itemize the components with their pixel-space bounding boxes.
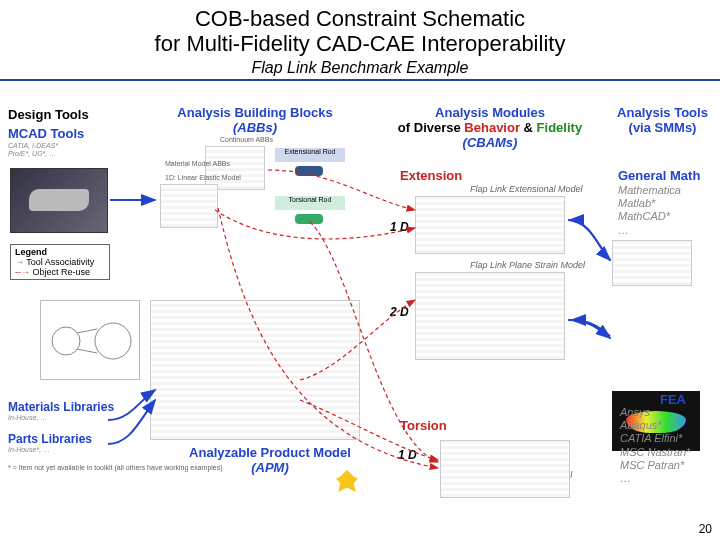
mathtools-list: Mathematica Matlab* MathCAD* … — [618, 184, 681, 237]
d2-label: 2 D — [390, 305, 409, 319]
matlib-group: Materials Libraries In-House, … — [8, 400, 114, 421]
svg-point-0 — [52, 327, 80, 355]
legend-reuse: --→ Object Re-use — [15, 267, 105, 277]
partslib-group: Parts Libraries In-House*, … — [8, 432, 92, 453]
cad-screenshot — [10, 168, 108, 233]
tor-rod-toggle: Torsional Rod — [275, 196, 345, 210]
ext-model-label: Flap Link Extensional Model — [470, 184, 583, 194]
tor-rod-shape — [295, 214, 323, 224]
ps-model-label: Flap Link Plane Strain Model — [470, 260, 585, 270]
svg-line-2 — [77, 329, 97, 333]
torsion-label: Torsion — [400, 418, 447, 433]
part-drawing — [40, 300, 140, 380]
title-line-2: for Multi-Fidelity CAD-CAE Interoperabil… — [0, 31, 720, 56]
col-modules: Analysis Modules of Diverse Behavior & F… — [395, 106, 585, 151]
mcad-tools-list: CATIA, I-DEAS* Pro/E*, UG*, … — [8, 142, 118, 158]
math-screenshot — [612, 240, 692, 286]
modules-fidelity: Fidelity — [537, 120, 583, 135]
title-line-1: COB-based Constraint Schematic — [0, 6, 720, 31]
apm-label-group: Analyzable Product Model (APM) — [180, 446, 360, 476]
featools-list: Ansys Abaqus* CATIA Elfini* MSC Nastran*… — [620, 406, 690, 485]
tor-1d-block — [440, 440, 570, 498]
abb-header: Analysis Building Blocks — [160, 106, 350, 121]
legend-assoc: → Tool Associativity — [15, 257, 105, 267]
title-area: COB-based Constraint Schematic for Multi… — [0, 0, 720, 81]
modules-header: Analysis Modules — [395, 106, 585, 121]
footnote: * = Item not yet available in toolkit (a… — [8, 464, 248, 471]
mat-abb-block — [160, 184, 218, 228]
modules-of-diverse: of Diverse — [398, 120, 464, 135]
genmath-label: General Math — [618, 168, 700, 183]
col-abb: Analysis Building Blocks (ABBs) — [160, 106, 350, 136]
modules-paren: (CBAMs) — [395, 136, 585, 151]
matlib-sub: In-House, … — [8, 414, 114, 421]
partslib-sub: In-House*, … — [8, 446, 92, 453]
ext-rod-shape — [295, 166, 323, 176]
matlib-label: Materials Libraries — [8, 400, 114, 414]
modules-amp: & — [520, 120, 537, 135]
mat-model-label: Material Model ABBs — [165, 160, 230, 167]
col-tools: Analysis Tools (via SMMs) — [610, 106, 715, 136]
partslib-label: Parts Libraries — [8, 432, 92, 446]
page-number: 20 — [699, 522, 712, 536]
modules-line2: of Diverse Behavior & Fidelity — [395, 121, 585, 136]
subtitle: Flap Link Benchmark Example — [0, 59, 720, 77]
fea-label: FEA — [660, 392, 686, 407]
ps-2d-block — [415, 272, 565, 360]
apm-block — [150, 300, 360, 440]
d1b-label: 1 D — [398, 448, 417, 462]
tools-line2: (via SMMs) — [610, 121, 715, 136]
d1-label: 1 D — [390, 220, 409, 234]
svg-line-3 — [77, 349, 97, 353]
apm-label: Analyzable Product Model — [180, 446, 360, 461]
ext-1d-block — [415, 196, 565, 254]
svg-point-1 — [95, 323, 131, 359]
mcad-tools-label: MCAD Tools — [8, 127, 118, 142]
modules-behavior: Behavior — [464, 120, 520, 135]
design-header: Design Tools — [8, 108, 118, 123]
abb-paren: (ABBs) — [160, 121, 350, 136]
oneD-label: 1D: Linear Elastic Model — [165, 174, 241, 181]
ext-rod-toggle: Extensional Rod — [275, 148, 345, 162]
tools-header: Analysis Tools — [610, 106, 715, 121]
extension-label: Extension — [400, 168, 462, 183]
legend-box: Legend → Tool Associativity --→ Object R… — [10, 244, 110, 280]
cont-abb-label: Continuum ABBs — [220, 136, 273, 143]
legend-title: Legend — [15, 247, 105, 257]
col-design: Design Tools MCAD Tools CATIA, I-DEAS* P… — [8, 108, 118, 158]
